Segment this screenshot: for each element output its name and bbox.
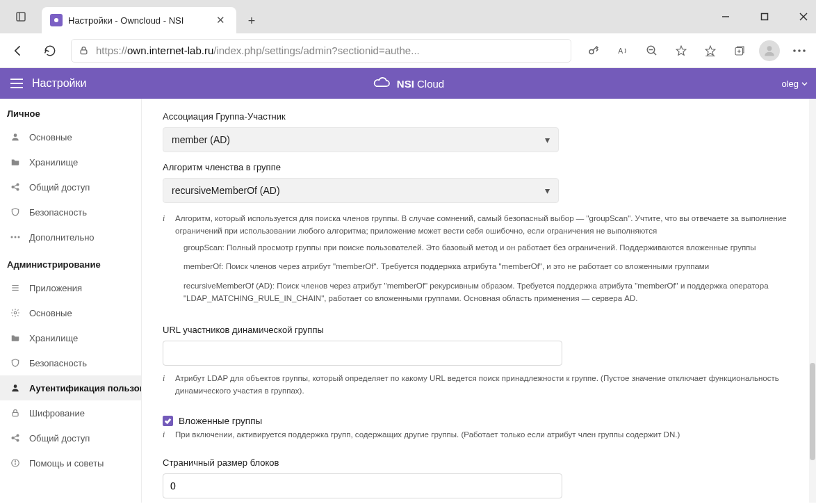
chevron-down-icon: ▾ (545, 185, 550, 196)
page-title: Настройки (32, 77, 86, 90)
assoc-label: Ассоциация Группа-Участник (163, 111, 788, 122)
sidebar-item-label: Приложения (29, 283, 82, 293)
scrollbar[interactable] (809, 99, 816, 503)
read-aloud-icon[interactable]: A (613, 41, 633, 60)
more-menu-icon[interactable] (790, 41, 809, 60)
chunk-input[interactable] (163, 473, 562, 498)
svg-marker-14 (705, 46, 715, 55)
info-icon: i (163, 429, 170, 441)
zoom-out-icon[interactable] (642, 41, 662, 60)
svg-point-2 (54, 18, 58, 22)
dyn-url-input[interactable] (163, 341, 562, 366)
lock-icon (79, 45, 89, 56)
profile-avatar[interactable] (759, 40, 780, 61)
close-tab-button[interactable]: ✕ (213, 13, 228, 28)
sidebar-item-admin-general[interactable]: Основные (0, 300, 141, 325)
sidebar-item-personal-general[interactable]: Основные (0, 124, 141, 149)
sidebar-item-label: Шифрование (29, 408, 85, 418)
sidebar-item-admin-security[interactable]: Безопасность (0, 350, 141, 375)
algo-select[interactable]: recursiveMemberOf (AD) ▾ (163, 178, 559, 203)
svg-point-26 (14, 133, 17, 137)
app-header: Настройки NSI Cloud oleg (0, 68, 816, 99)
url-input[interactable]: https://own.internet-lab.ru/index.php/se… (71, 39, 571, 63)
new-tab-button[interactable]: + (240, 10, 263, 32)
chevron-down-icon (801, 81, 808, 87)
sidebar-item-admin-storage[interactable]: Хранилище (0, 325, 141, 350)
tab-title: Настройки - Owncloud - NSI (68, 15, 208, 26)
browser-addressbar: https://own.internet-lab.ru/index.php/se… (0, 33, 816, 68)
window-controls (716, 0, 816, 33)
gear-icon (10, 307, 21, 318)
svg-point-34 (18, 236, 20, 238)
sidebar-item-label: Основные (29, 132, 72, 143)
nested-groups-checkbox[interactable]: Вложенные группы (163, 416, 788, 426)
sidebar-item-admin-auth[interactable]: Аутентификация пользова... (0, 375, 141, 400)
sidebar-item-admin-encryption[interactable]: Шифрование (0, 400, 141, 425)
close-window-button[interactable] (794, 7, 813, 26)
sidebar-group-admin: Администрирование (0, 250, 141, 275)
content-area: Ассоциация Группа-Участник member (AD) ▾… (142, 99, 808, 503)
info-icon: i (163, 373, 170, 398)
tab-actions-icon[interactable] (0, 0, 42, 33)
svg-point-8 (589, 49, 594, 54)
folder-icon (10, 332, 21, 343)
sidebar-item-personal-storage[interactable]: Хранилище (0, 149, 141, 174)
lock-icon (10, 407, 21, 418)
algo-help: i Алгоритм, который используется для пои… (163, 213, 788, 238)
sidebar-item-label: Аутентификация пользова... (29, 383, 141, 393)
refresh-button[interactable] (39, 40, 61, 62)
svg-point-32 (11, 236, 13, 238)
list-icon (10, 282, 21, 293)
browser-tab[interactable]: Настройки - Owncloud - NSI ✕ (42, 7, 236, 33)
info-icon: i (163, 213, 170, 238)
url-text: https://own.internet-lab.ru/index.php/se… (96, 44, 420, 56)
favorites-bar-icon[interactable] (701, 41, 720, 60)
dots-icon (10, 231, 21, 243)
sidebar-item-label: Безопасность (29, 358, 87, 368)
sidebar-item-label: Основные (29, 308, 72, 318)
chevron-down-icon: ▾ (545, 134, 550, 145)
user-menu[interactable]: oleg (781, 79, 808, 89)
sidebar-item-admin-help[interactable]: Помощь и советы (0, 450, 141, 475)
scrollbar-thumb[interactable] (810, 363, 815, 460)
sidebar-item-admin-apps[interactable]: Приложения (0, 275, 141, 300)
svg-point-48 (15, 461, 15, 462)
sidebar-item-personal-additional[interactable]: Дополнительно (0, 225, 141, 250)
help-text: Атрибут LDAP для объектов группы, которы… (175, 373, 788, 398)
algo-label: Алгоритм членства в группе (163, 162, 788, 172)
svg-marker-13 (676, 46, 686, 55)
svg-rect-4 (762, 14, 768, 20)
brand-text: NSI Cloud (397, 78, 444, 90)
maximize-button[interactable] (755, 7, 774, 26)
chunk-label: Страничный размер блоков (163, 457, 788, 468)
collections-icon[interactable] (730, 41, 749, 60)
sidebar-item-label: Хранилище (29, 333, 78, 343)
minimize-button[interactable] (716, 7, 735, 26)
password-icon[interactable] (584, 41, 603, 60)
shield-icon (10, 357, 21, 368)
algo-help-memberof: memberOf: Поиск членов через атрибут "me… (183, 261, 788, 273)
sidebar-item-admin-sharing[interactable]: Общий доступ (0, 425, 141, 450)
sidebar-item-personal-sharing[interactable]: Общий доступ (0, 174, 141, 200)
shield-icon (10, 206, 21, 218)
info-icon (10, 457, 21, 469)
brand-logo[interactable]: NSI Cloud (372, 76, 444, 90)
help-text: Алгоритм, который используется для поиск… (175, 213, 788, 238)
favicon-icon (50, 14, 63, 26)
svg-line-45 (14, 439, 17, 440)
svg-point-20 (793, 49, 796, 52)
back-button[interactable] (7, 40, 29, 62)
svg-line-44 (14, 436, 17, 437)
svg-point-39 (14, 384, 17, 388)
checkbox-checked-icon (163, 416, 173, 426)
favorite-icon[interactable] (671, 41, 691, 60)
svg-line-12 (653, 52, 656, 55)
menu-button[interactable] (8, 75, 25, 92)
user-icon (10, 382, 21, 393)
algo-help-groupscan: groupScan: Полный просмотр группы при по… (183, 242, 788, 254)
assoc-select[interactable]: member (AD) ▾ (163, 127, 559, 152)
share-icon (10, 432, 21, 444)
sidebar-item-label: Общий доступ (29, 182, 90, 193)
dyn-url-label: URL участников динамической группы (163, 325, 788, 335)
sidebar-item-personal-security[interactable]: Безопасность (0, 200, 141, 225)
